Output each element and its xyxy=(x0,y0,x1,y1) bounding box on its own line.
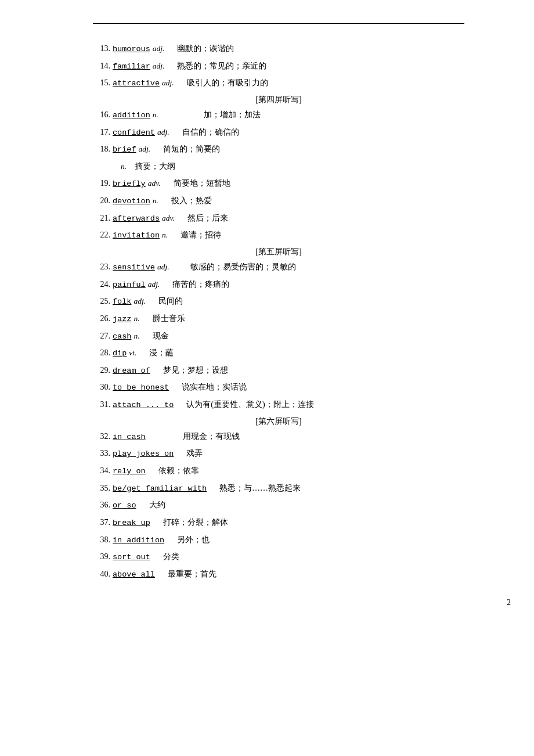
section-header-6: [第六屏听写] xyxy=(93,416,464,427)
item-word: attach ... to xyxy=(113,398,174,413)
item-meaning: 另外；也 xyxy=(169,532,210,548)
vocab-item: 34. rely on 依赖；依靠 xyxy=(93,463,464,479)
item-word: above all xyxy=(113,567,155,582)
item-number: 18. xyxy=(93,142,110,157)
item-meaning: 痛苦的；疼痛的 xyxy=(164,277,229,293)
item-word: afterwards xyxy=(113,211,160,226)
item-number: 32. xyxy=(93,429,110,445)
item-word: cash xyxy=(113,329,131,344)
item-number: 28. xyxy=(93,345,110,361)
item-word: briefly xyxy=(113,177,146,192)
item-pos: n. xyxy=(153,193,158,208)
item-meaning: 投入；热爱 xyxy=(163,193,212,209)
item-word: sort out xyxy=(113,550,150,565)
item-pos: adj. xyxy=(157,260,169,275)
vocab-item: 39. sort out 分类 xyxy=(93,549,464,565)
vocab-item: 24. painful adj. 痛苦的；疼痛的 xyxy=(93,277,464,293)
item-word: to be honest xyxy=(113,380,169,395)
item-pos: adj. xyxy=(153,59,165,74)
item-word: in addition xyxy=(113,533,164,548)
item-number: 37. xyxy=(93,515,110,531)
item-meaning: 民间的 xyxy=(150,294,183,309)
item-number: 21. xyxy=(93,211,110,226)
item-word: play jokes on xyxy=(113,447,174,462)
item-meaning: 熟悉；与……熟悉起来 xyxy=(211,481,301,496)
vocab-item: 33. play jokes on 戏弄 xyxy=(93,446,464,462)
item-number: 19. xyxy=(93,176,110,192)
item-number: 40. xyxy=(93,567,110,582)
item-meaning: 吸引人的；有吸引力的 xyxy=(179,75,268,91)
item-pos: adv. xyxy=(148,176,161,191)
item-number: 15. xyxy=(93,75,110,91)
item-meaning: 打碎；分裂；解体 xyxy=(155,515,228,531)
indent-item: n. 摘要；大纲 xyxy=(93,159,464,175)
item-meaning: 大约 xyxy=(141,498,165,513)
item-number: 26. xyxy=(93,311,110,327)
item-word: brief xyxy=(113,142,136,157)
item-meaning: 分类 xyxy=(155,549,179,565)
vocab-item: 19. briefly adv. 简要地；短暂地 xyxy=(93,176,464,192)
vocab-item: 13. humorous adj. 幽默的；诙谐的 xyxy=(93,41,464,57)
item-meaning: 简短的；简要的 xyxy=(155,142,220,157)
item-meaning: 加；增加；加法 xyxy=(163,107,261,123)
item-word: jazz xyxy=(113,312,131,327)
item-pos: adj. xyxy=(162,75,174,91)
vocab-item: 35. be/get familiar with 熟悉；与……熟悉起来 xyxy=(93,481,464,496)
item-word: rely on xyxy=(113,464,146,479)
item-meaning: 爵士音乐 xyxy=(145,311,185,327)
item-meaning: 用现金；有现钱 xyxy=(150,429,240,445)
vocab-item: 20. devotion n. 投入；热爱 xyxy=(93,193,464,209)
top-divider xyxy=(93,23,464,24)
item-word: addition xyxy=(113,108,150,123)
item-pos: adj. xyxy=(139,142,151,157)
item-number: 31. xyxy=(93,397,110,413)
item-meaning: 浸；蘸 xyxy=(141,345,174,361)
item-pos: adj. xyxy=(157,125,169,140)
item-pos: vt. xyxy=(129,345,136,361)
item-meaning: 认为有(重要性、意义)；附上；连接 xyxy=(178,397,313,413)
item-word: sensitive xyxy=(113,260,155,275)
item-word: invitation xyxy=(113,228,160,243)
item-meaning: 最重要；首先 xyxy=(160,567,217,582)
vocab-item: 29. dream of 梦见；梦想；设想 xyxy=(93,363,464,379)
section-header-4: [第四屏听写] xyxy=(93,95,464,105)
item-word: painful xyxy=(113,278,146,293)
item-number: 14. xyxy=(93,59,110,74)
item-meaning: 说实在地；实话说 xyxy=(174,380,247,395)
vocab-item: 28. dip vt. 浸；蘸 xyxy=(93,345,464,361)
vocab-item: 23. sensitive adj. 敏感的；易受伤害的；灵敏的 xyxy=(93,260,464,275)
content-area: 13. humorous adj. 幽默的；诙谐的 14. familiar a… xyxy=(93,41,464,582)
vocab-item: 26. jazz n. 爵士音乐 xyxy=(93,311,464,327)
item-pos: adj. xyxy=(134,294,146,309)
item-number: 17. xyxy=(93,125,110,141)
item-pos: adj. xyxy=(148,277,160,292)
item-meaning: 简要地；短暂地 xyxy=(165,176,230,192)
item-number: 33. xyxy=(93,446,110,462)
section-header-5: [第五屏听写] xyxy=(93,247,464,257)
vocab-item: 22. invitation n. 邀请；招待 xyxy=(93,228,464,243)
item-number: 30. xyxy=(93,380,110,395)
item-word: or so xyxy=(113,498,136,513)
item-number: 29. xyxy=(93,363,110,379)
item-number: 22. xyxy=(93,228,110,243)
item-word: folk xyxy=(113,294,131,309)
vocab-item: 32. in cash 用现金；有现钱 xyxy=(93,429,464,445)
vocab-item: 14. familiar adj. 熟悉的；常见的；亲近的 xyxy=(93,59,464,74)
item-meaning: 自信的；确信的 xyxy=(174,125,239,141)
page-number: 2 xyxy=(507,598,511,607)
item-number: 27. xyxy=(93,329,110,344)
vocab-item: 16. addition n. 加；增加；加法 xyxy=(93,107,464,123)
item-meaning: 现金 xyxy=(145,329,169,344)
vocab-item: 37. break up 打碎；分裂；解体 xyxy=(93,515,464,531)
item-number: 38. xyxy=(93,532,110,548)
item-word: in cash xyxy=(113,430,146,445)
item-number: 35. xyxy=(93,481,110,496)
item-word: break up xyxy=(113,516,150,531)
page-container: 13. humorous adj. 幽默的；诙谐的 14. familiar a… xyxy=(0,0,534,619)
item-number: 34. xyxy=(93,463,110,479)
item-pos: n. xyxy=(153,107,158,123)
vocab-item: 30. to be honest 说实在地；实话说 xyxy=(93,380,464,395)
item-number: 16. xyxy=(93,107,110,123)
item-pos: adv. xyxy=(162,211,175,226)
item-pos: n. xyxy=(134,311,139,326)
